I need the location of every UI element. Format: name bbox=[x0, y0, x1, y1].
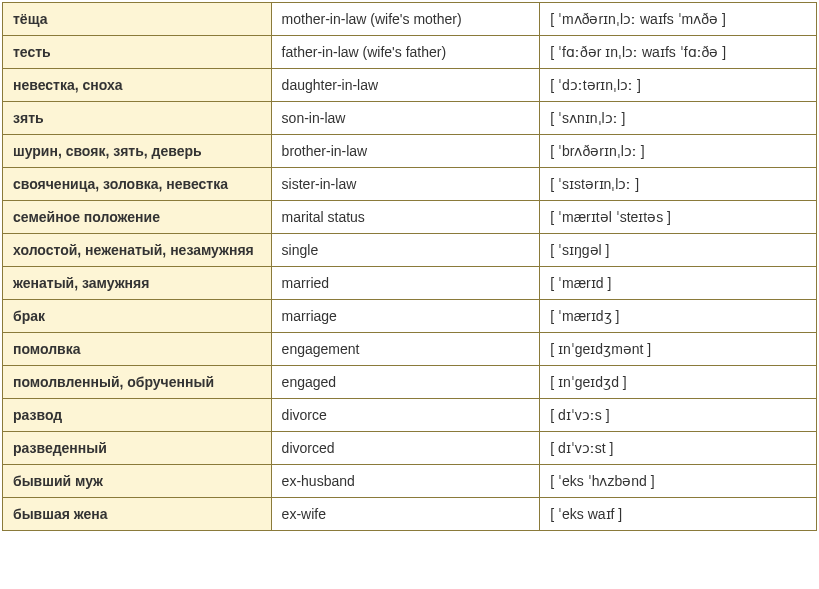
phonetic-cell: [ ˈmærɪtəl ˈsteɪtəs ] bbox=[540, 201, 817, 234]
russian-cell: развод bbox=[3, 399, 272, 432]
phonetic-cell: [ ɪnˈgeɪdʒd ] bbox=[540, 366, 817, 399]
phonetic-cell: [ ˈmærɪdʒ ] bbox=[540, 300, 817, 333]
table-row: бывший муж ex-husband [ ˈeks ˈhʌzbənd ] bbox=[3, 465, 817, 498]
phonetic-cell: [ ˈmʌðərɪnˌlɔː waɪfs ˈmʌðə ] bbox=[540, 3, 817, 36]
russian-cell: невестка, сноха bbox=[3, 69, 272, 102]
table-row: невестка, сноха daughter-in-law [ ˈdɔːtə… bbox=[3, 69, 817, 102]
table-row: бывшая жена ex-wife [ ˈeks waɪf ] bbox=[3, 498, 817, 531]
phonetic-cell: [ ˈmærɪd ] bbox=[540, 267, 817, 300]
table-row: разведенный divorced [ dɪˈvɔːst ] bbox=[3, 432, 817, 465]
english-cell: marriage bbox=[271, 300, 540, 333]
russian-cell: зять bbox=[3, 102, 272, 135]
table-body: тёща mother-in-law (wife's mother) [ ˈmʌ… bbox=[3, 3, 817, 531]
russian-cell: тёща bbox=[3, 3, 272, 36]
russian-cell: бывший муж bbox=[3, 465, 272, 498]
english-cell: son-in-law bbox=[271, 102, 540, 135]
russian-cell: холостой, неженатый, незамужняя bbox=[3, 234, 272, 267]
russian-cell: брак bbox=[3, 300, 272, 333]
russian-cell: тесть bbox=[3, 36, 272, 69]
table-row: тёща mother-in-law (wife's mother) [ ˈmʌ… bbox=[3, 3, 817, 36]
table-row: шурин, свояк, зять, деверь brother-in-la… bbox=[3, 135, 817, 168]
russian-cell: бывшая жена bbox=[3, 498, 272, 531]
english-cell: father-in-law (wife's father) bbox=[271, 36, 540, 69]
table-row: брак marriage [ ˈmærɪdʒ ] bbox=[3, 300, 817, 333]
phonetic-cell: [ ˈdɔːtərɪnˌlɔː ] bbox=[540, 69, 817, 102]
russian-cell: свояченица, золовка, невестка bbox=[3, 168, 272, 201]
table-row: женатый, замужняя married [ ˈmærɪd ] bbox=[3, 267, 817, 300]
phonetic-cell: [ dɪˈvɔːst ] bbox=[540, 432, 817, 465]
english-cell: marital status bbox=[271, 201, 540, 234]
russian-cell: помолвленный, обрученный bbox=[3, 366, 272, 399]
russian-cell: женатый, замужняя bbox=[3, 267, 272, 300]
table-row: семейное положение marital status [ ˈmær… bbox=[3, 201, 817, 234]
vocabulary-table: тёща mother-in-law (wife's mother) [ ˈmʌ… bbox=[2, 2, 817, 531]
english-cell: ex-husband bbox=[271, 465, 540, 498]
phonetic-cell: [ ˈeks ˈhʌzbənd ] bbox=[540, 465, 817, 498]
english-cell: divorce bbox=[271, 399, 540, 432]
english-cell: mother-in-law (wife's mother) bbox=[271, 3, 540, 36]
english-cell: engagement bbox=[271, 333, 540, 366]
table-row: зять son-in-law [ ˈsʌnɪnˌlɔː ] bbox=[3, 102, 817, 135]
table-row: тесть father-in-law (wife's father) [ ˈf… bbox=[3, 36, 817, 69]
table-row: помолвленный, обрученный engaged [ ɪnˈge… bbox=[3, 366, 817, 399]
table-row: свояченица, золовка, невестка sister-in-… bbox=[3, 168, 817, 201]
table-row: развод divorce [ dɪˈvɔːs ] bbox=[3, 399, 817, 432]
phonetic-cell: [ ɪnˈgeɪdʒmənt ] bbox=[540, 333, 817, 366]
english-cell: brother-in-law bbox=[271, 135, 540, 168]
russian-cell: шурин, свояк, зять, деверь bbox=[3, 135, 272, 168]
english-cell: ex-wife bbox=[271, 498, 540, 531]
phonetic-cell: [ ˈbrʌðərɪnˌlɔː ] bbox=[540, 135, 817, 168]
phonetic-cell: [ ˈsɪŋgəl ] bbox=[540, 234, 817, 267]
phonetic-cell: [ dɪˈvɔːs ] bbox=[540, 399, 817, 432]
russian-cell: помолвка bbox=[3, 333, 272, 366]
russian-cell: разведенный bbox=[3, 432, 272, 465]
english-cell: sister-in-law bbox=[271, 168, 540, 201]
table-row: холостой, неженатый, незамужняя single [… bbox=[3, 234, 817, 267]
table-row: помолвка engagement [ ɪnˈgeɪdʒmənt ] bbox=[3, 333, 817, 366]
english-cell: divorced bbox=[271, 432, 540, 465]
english-cell: single bbox=[271, 234, 540, 267]
english-cell: engaged bbox=[271, 366, 540, 399]
phonetic-cell: [ ˈsɪstərɪnˌlɔː ] bbox=[540, 168, 817, 201]
phonetic-cell: [ ˈsʌnɪnˌlɔː ] bbox=[540, 102, 817, 135]
phonetic-cell: [ ˈfɑːðər ɪnˌlɔː waɪfs ˈfɑːðə ] bbox=[540, 36, 817, 69]
russian-cell: семейное положение bbox=[3, 201, 272, 234]
english-cell: married bbox=[271, 267, 540, 300]
english-cell: daughter-in-law bbox=[271, 69, 540, 102]
phonetic-cell: [ ˈeks waɪf ] bbox=[540, 498, 817, 531]
